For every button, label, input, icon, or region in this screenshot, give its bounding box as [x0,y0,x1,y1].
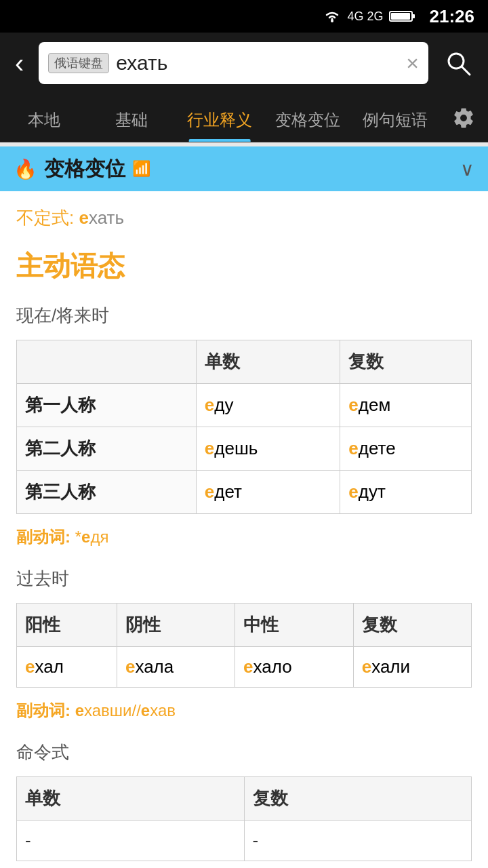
tab-conjugation[interactable]: 变格变位 [264,94,352,142]
imp-singular-val: - [17,821,245,861]
imperative-section: 命令式 单数 复数 - - [16,741,472,861]
table-row: - - [17,821,472,861]
status-icons: 4G 2G [323,9,415,24]
feminine-header: 阴性 [117,604,235,647]
plural-header: 复数 [340,340,472,384]
search-query: ехать [116,52,399,75]
past-neut: ехало [235,647,354,688]
third-person-label: 第三人称 [17,471,197,514]
imperative-label: 命令式 [16,741,472,764]
participle-rest: дя [90,528,108,546]
infinitive-highlight: е [79,208,88,228]
imp-plural-val: - [244,821,472,861]
status-time: 21:26 [430,6,475,27]
search-icon [445,50,472,77]
svg-point-0 [331,20,333,22]
first-singular: еду [196,384,340,427]
second-person-label: 第二人称 [17,427,197,471]
clear-button[interactable]: × [406,51,419,76]
second-singular: едешь [196,427,340,471]
second-plural: едете [340,427,472,471]
tab-industry[interactable]: 行业释义 [176,94,264,142]
wifi-icon [323,9,342,23]
present-participle-line: 副动词: *едя [16,526,472,548]
chevron-down-icon[interactable]: ∨ [460,158,474,180]
svg-line-5 [462,66,470,75]
table-empty-header [17,340,197,384]
status-bar: 4G 2G 21:26 [0,0,488,33]
conjugation-section-header[interactable]: 🔥 变格变位 📶 ∨ [0,146,488,191]
svg-rect-3 [391,13,410,20]
signal-text: 4G 2G [347,9,383,24]
active-voice-title: 主动语态 [16,248,472,285]
singular-header: 单数 [196,340,340,384]
first-person-label: 第一人称 [17,384,197,427]
content-area: 不定式: ехать 主动语态 现在/将来时 单数 复数 第一人称 еду ед… [0,191,488,868]
table-row: ехал ехала ехало ехали [17,647,472,688]
battery-icon [389,9,416,23]
tab-basic[interactable]: 基础 [88,94,176,142]
fire-icon: 🔥 [14,158,37,180]
neuter-header: 中性 [235,604,354,647]
search-input-wrapper[interactable]: 俄语键盘 ехать × [39,42,428,84]
third-plural: едут [340,471,472,514]
masculine-header: 阳性 [17,604,117,647]
infinitive-line: 不定式: ехать [16,205,472,231]
past-part-r2: хав [150,701,176,719]
tab-examples[interactable]: 例句短语 [351,94,439,142]
past-tense-label: 过去时 [16,567,472,591]
infinitive-rest: хать [89,208,124,228]
participle-star: * [75,528,81,546]
plural-past-header: 复数 [353,604,471,647]
keyboard-badge: 俄语键盘 [48,53,109,73]
section-header-text: 变格变位 [44,155,125,183]
participle-highlight: е [81,528,90,546]
imp-singular-header: 单数 [17,777,245,821]
past-plur: ехали [353,647,471,688]
imp-plural-header: 复数 [244,777,472,821]
past-masc: ехал [17,647,117,688]
tab-local[interactable]: 本地 [0,94,88,142]
table-row: 第三人称 едет едут [17,471,472,514]
past-part-h1: е [75,701,84,719]
past-participle-line: 副动词: ехавши//ехав [16,700,472,722]
section-header-title: 🔥 变格变位 📶 [14,155,150,183]
search-bar: ‹ 俄语键盘 ехать × [0,33,488,94]
svg-rect-2 [412,14,415,18]
wifi-small-icon: 📶 [132,160,150,178]
past-part-h2: е [141,701,150,719]
infinitive-label: 不定式: [16,208,74,228]
gear-icon [452,106,475,130]
table-row: 第二人称 едешь едете [17,427,472,471]
search-button[interactable] [436,41,480,85]
past-part-r1: хавши// [84,701,141,719]
present-future-table: 单数 复数 第一人称 еду едем 第二人称 едешь едете 第三人… [16,340,472,514]
first-plural: едем [340,384,472,427]
nav-tabs: 本地 基础 行业释义 变格变位 例句短语 [0,94,488,142]
back-button[interactable]: ‹ [8,48,30,79]
past-participle-label: 副动词: [16,701,75,719]
settings-button[interactable] [439,94,488,142]
past-tense-table: 阳性 阴性 中性 复数 ехал ехала ехало ехали [16,603,472,688]
imperative-table: 单数 复数 - - [16,776,472,861]
past-fem: ехала [117,647,235,688]
present-future-label: 现在/将来时 [16,304,472,328]
table-row: 第一人称 еду едем [17,384,472,427]
participle-label: 副动词: [16,528,75,546]
third-singular: едет [196,471,340,514]
